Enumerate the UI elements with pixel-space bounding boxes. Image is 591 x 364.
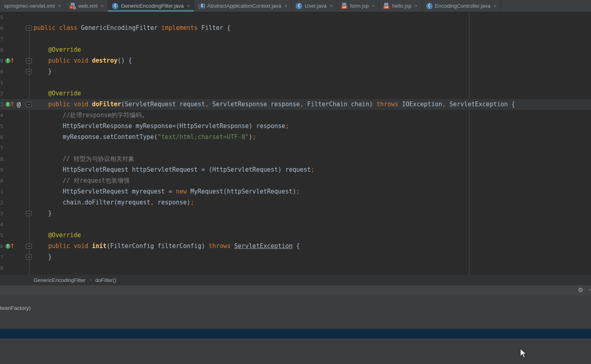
gear-icon[interactable]: ⚙: [578, 286, 583, 294]
code-text: }: [34, 208, 52, 219]
code-line-34[interactable]: 34: [0, 219, 591, 230]
code-line-15[interactable]: 15: [0, 12, 591, 23]
line-number: 18: [0, 44, 3, 55]
code-text: @Override: [34, 230, 81, 241]
code-line-27[interactable]: 27: [0, 143, 591, 154]
tab-EncodingController.java[interactable]: CEncodingController.java×: [422, 0, 501, 12]
breadcrumb-item[interactable]: doFilter(): [95, 277, 116, 283]
ide-window: springmvc-servlet.xml×‹›web.xml×CGeneric…: [0, 0, 591, 364]
code-text: public void init(FilterConfig filterConf…: [34, 241, 300, 252]
jsp-file-icon: JSP: [383, 3, 390, 9]
code-line-37[interactable]: 37− }: [0, 252, 591, 263]
code-line-32[interactable]: 32 chain.doFilter(myrequest, response);: [0, 197, 591, 208]
fold-close-icon[interactable]: −: [26, 211, 32, 216]
override-gutter-icon[interactable]: I↑: [5, 241, 15, 252]
override-gutter-icon[interactable]: I↑: [5, 55, 15, 66]
line-number: 36: [0, 241, 3, 252]
line-number: 26: [0, 132, 3, 143]
panel-clipped-text: BeanFactory): [0, 305, 31, 311]
code-line-22[interactable]: 22 @Override: [0, 88, 591, 99]
status-blue-bar: [0, 329, 591, 339]
tab-User.java[interactable]: CUser.java×: [292, 0, 337, 12]
line-number: 21: [0, 77, 3, 88]
tab-label: web.xml: [78, 3, 98, 9]
code-line-33[interactable]: 33− }: [0, 208, 591, 219]
bottom-strip: [0, 339, 591, 364]
line-number: 22: [0, 88, 3, 99]
tab-springmvc-servlet.xml[interactable]: springmvc-servlet.xml×: [0, 0, 65, 12]
code-text: HttpServletRequest httpServletRequest = …: [34, 164, 314, 175]
tab-close-icon[interactable]: ×: [494, 3, 496, 9]
tool-panel-body: BeanFactory): [0, 295, 591, 329]
code-line-17[interactable]: 17: [0, 34, 591, 44]
fold-close-icon[interactable]: −: [26, 69, 32, 74]
java-class-icon: C: [112, 3, 118, 9]
tab-AbstractApplicationContext.java[interactable]: (CAbstractApplicationContext.java×: [194, 0, 292, 12]
code-line-20[interactable]: 20− }: [0, 66, 591, 77]
tab-label: EncodingController.java: [435, 3, 490, 9]
line-number: 24: [0, 110, 3, 121]
fold-open-icon[interactable]: −: [26, 244, 32, 249]
code-line-36[interactable]: 36I↑− public void init(FilterConfig filt…: [0, 241, 591, 252]
tab-hello.jsp[interactable]: JSPhello.jsp×: [379, 0, 422, 12]
jsp-file-icon: JSP: [341, 3, 348, 9]
fold-open-icon[interactable]: −: [26, 58, 32, 63]
code-text: // 转型为与协议相关对象: [34, 154, 134, 164]
code-line-31[interactable]: 31 HttpServletRequest myrequest = new My…: [0, 186, 591, 197]
tab-close-icon[interactable]: ×: [330, 3, 333, 9]
line-number: 31: [0, 186, 3, 197]
breadcrumb-item[interactable]: GenericEncodingFilter: [34, 277, 86, 283]
java-class-readonly-icon: (C: [198, 3, 205, 9]
code-text: public class GenericEncodingFilter imple…: [34, 23, 231, 34]
code-line-16[interactable]: 16−public class GenericEncodingFilter im…: [0, 23, 591, 34]
code-line-23[interactable]: 23I↑@− public void doFilter(ServletReque…: [0, 99, 591, 110]
tab-label: hello.jsp: [392, 3, 412, 9]
line-number: 38: [0, 263, 3, 274]
tab-close-icon[interactable]: ×: [101, 3, 103, 9]
code-text: HttpServletRequest myrequest = new MyReq…: [34, 186, 300, 197]
code-text: chain.doFilter(myrequest, response);: [34, 197, 194, 208]
line-number: 37: [0, 252, 3, 263]
code-line-26[interactable]: 26 myResponse.setContentType("text/html;…: [0, 132, 591, 143]
code-text: }: [34, 66, 52, 77]
line-number: 19: [0, 55, 3, 66]
code-line-29[interactable]: 29 HttpServletRequest httpServletRequest…: [0, 164, 591, 175]
code-text: // 对request包装增强: [34, 175, 130, 186]
line-number: 16: [0, 23, 3, 34]
fold-open-icon[interactable]: −: [26, 102, 32, 107]
code-lines: 1516−public class GenericEncodingFilter …: [0, 12, 591, 274]
code-text: public void doFilter(ServletRequest requ…: [34, 99, 515, 110]
tab-close-icon[interactable]: ×: [415, 3, 418, 9]
fold-open-icon[interactable]: −: [26, 25, 32, 31]
code-line-25[interactable]: 25 HttpServletResponse myResponse=(HttpS…: [0, 121, 591, 132]
editor-tab-bar: springmvc-servlet.xml×‹›web.xml×CGeneric…: [0, 0, 591, 12]
code-text: myResponse.setContentType("text/html;cha…: [34, 132, 256, 143]
code-line-28[interactable]: 28 // 转型为与协议相关对象: [0, 154, 591, 164]
tab-web.xml[interactable]: ‹›web.xml×: [65, 0, 108, 12]
line-number: 28: [0, 154, 3, 164]
code-line-24[interactable]: 24 //处理response的字符编码,: [0, 110, 591, 121]
line-number: 29: [0, 164, 3, 175]
tab-label: springmvc-servlet.xml: [4, 3, 55, 9]
tab-close-icon[interactable]: ×: [372, 3, 375, 9]
code-line-38[interactable]: 38: [0, 263, 591, 274]
line-number: 20: [0, 66, 3, 77]
line-number: 33: [0, 208, 3, 219]
code-line-35[interactable]: 35 @Override: [0, 230, 591, 241]
override-gutter-icon[interactable]: I↑@: [5, 99, 21, 110]
code-line-21[interactable]: 21: [0, 77, 591, 88]
tab-close-icon[interactable]: ×: [58, 3, 61, 9]
fold-close-icon[interactable]: −: [26, 255, 32, 260]
tab-close-icon[interactable]: ×: [187, 3, 190, 9]
java-class-icon: C: [296, 3, 302, 9]
code-line-30[interactable]: 30 // 对request包装增强: [0, 175, 591, 186]
code-text: @Override: [34, 44, 81, 55]
line-number: 15: [0, 12, 3, 23]
code-line-19[interactable]: 19I↑− public void destroy() {: [0, 55, 591, 66]
tab-form.jsp[interactable]: JSPform.jsp×: [337, 0, 379, 12]
tab-close-icon[interactable]: ×: [284, 3, 287, 9]
hide-panel-icon[interactable]: ─: [589, 286, 591, 293]
code-editor[interactable]: 1516−public class GenericEncodingFilter …: [0, 12, 591, 275]
tab-GenericEncodingFilter.java[interactable]: CGenericEncodingFilter.java×: [108, 0, 194, 12]
code-line-18[interactable]: 18 @Override: [0, 44, 591, 55]
